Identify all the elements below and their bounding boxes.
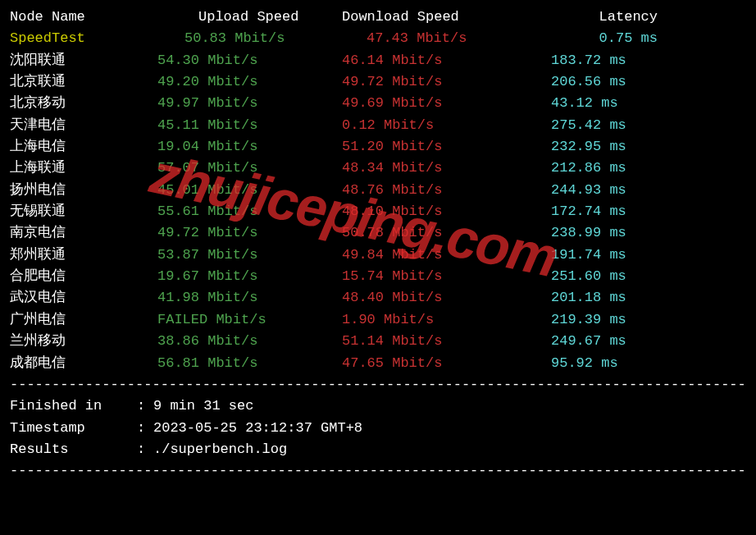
download-speed: 48.34 Mbit/s — [342, 158, 551, 179]
latency: 232.95 ms — [551, 136, 666, 158]
node-name: 郑州联通 — [10, 245, 157, 266]
download-speed: 49.84 Mbit/s — [342, 245, 551, 266]
upload-speed: FAILED Mbit/s — [157, 309, 342, 331]
table-row: 兰州移动38.86 Mbit/s51.14 Mbit/s249.67 ms — [10, 331, 746, 352]
latency: 275.42 ms — [551, 115, 666, 136]
download-speed: 48.40 Mbit/s — [342, 287, 551, 309]
upload-speed: 54.30 Mbit/s — [157, 50, 342, 71]
table-row: 北京联通49.20 Mbit/s49.72 Mbit/s206.56 ms — [10, 71, 746, 93]
table-row: 南京电信49.72 Mbit/s50.78 Mbit/s238.99 ms — [10, 222, 746, 244]
latency: 238.99 ms — [551, 222, 666, 244]
download-speed: 48.76 Mbit/s — [342, 180, 551, 201]
upload-speed: 57.07 Mbit/s — [157, 158, 342, 179]
divider: ----------------------------------------… — [10, 374, 746, 396]
results-value: ./superbench.log — [153, 439, 287, 460]
node-name: 无锡联通 — [10, 201, 157, 222]
speedtest-upload: 50.83 Mbit/s — [157, 28, 342, 49]
table-header: Node Name Upload Speed Download Speed La… — [10, 7, 746, 28]
upload-speed: 19.04 Mbit/s — [157, 136, 342, 158]
download-speed: 49.72 Mbit/s — [342, 71, 551, 93]
table-row: 合肥电信19.67 Mbit/s15.74 Mbit/s251.60 ms — [10, 266, 746, 287]
upload-speed: 49.20 Mbit/s — [157, 71, 342, 93]
speedtest-latency: 0.75 ms — [551, 28, 666, 49]
node-name: 上海联通 — [10, 158, 157, 179]
download-speed: 50.78 Mbit/s — [342, 222, 551, 244]
node-name: 沈阳联通 — [10, 50, 157, 71]
latency: 183.72 ms — [551, 50, 666, 71]
upload-speed: 53.87 Mbit/s — [157, 245, 342, 266]
table-row: 天津电信45.11 Mbit/s0.12 Mbit/s275.42 ms — [10, 115, 746, 136]
table-row: 无锡联通55.61 Mbit/s48.10 Mbit/s172.74 ms — [10, 201, 746, 222]
table-row: 郑州联通53.87 Mbit/s49.84 Mbit/s191.74 ms — [10, 245, 746, 266]
table-row: 成都电信56.81 Mbit/s47.65 Mbit/s95.92 ms — [10, 353, 746, 374]
footer-timestamp: Timestamp : 2023-05-25 23:12:37 GMT+8 — [10, 418, 746, 439]
colon: : — [137, 418, 153, 439]
header-node-name: Node Name — [10, 7, 157, 28]
download-speed: 51.14 Mbit/s — [342, 331, 551, 352]
node-name: 合肥电信 — [10, 266, 157, 287]
table-row: 北京移动49.97 Mbit/s49.69 Mbit/s43.12 ms — [10, 93, 746, 114]
table-row: 广州电信FAILED Mbit/s1.90 Mbit/s219.39 ms — [10, 309, 746, 331]
footer-finished: Finished in : 9 min 31 sec — [10, 396, 746, 417]
latency: 201.18 ms — [551, 287, 666, 309]
download-speed: 48.10 Mbit/s — [342, 201, 551, 222]
colon: : — [137, 396, 153, 417]
upload-speed: 45.01 Mbit/s — [157, 180, 342, 201]
latency: 251.60 ms — [551, 266, 666, 287]
node-name: 武汉电信 — [10, 287, 157, 309]
download-speed: 15.74 Mbit/s — [342, 266, 551, 287]
latency: 172.74 ms — [551, 201, 666, 222]
footer: Finished in : 9 min 31 sec Timestamp : 2… — [10, 396, 746, 460]
node-name: 北京移动 — [10, 93, 157, 114]
upload-speed: 49.97 Mbit/s — [157, 93, 342, 114]
node-name: 天津电信 — [10, 115, 157, 136]
upload-speed: 38.86 Mbit/s — [157, 331, 342, 352]
latency: 249.67 ms — [551, 331, 666, 352]
speedtest-download: 47.43 Mbit/s — [342, 28, 551, 49]
download-speed: 0.12 Mbit/s — [342, 115, 551, 136]
latency: 95.92 ms — [551, 353, 666, 374]
header-download: Download Speed — [342, 7, 551, 28]
table-row: 武汉电信41.98 Mbit/s48.40 Mbit/s201.18 ms — [10, 287, 746, 309]
speedtest-label: SpeedTest — [10, 28, 157, 49]
colon: : — [137, 439, 153, 460]
header-upload: Upload Speed — [157, 7, 342, 28]
latency: 244.93 ms — [551, 180, 666, 201]
download-speed: 49.69 Mbit/s — [342, 93, 551, 114]
upload-speed: 49.72 Mbit/s — [157, 222, 342, 244]
divider: ----------------------------------------… — [10, 460, 746, 482]
node-name: 成都电信 — [10, 353, 157, 374]
upload-speed: 55.61 Mbit/s — [157, 201, 342, 222]
node-name: 扬州电信 — [10, 180, 157, 201]
latency: 219.39 ms — [551, 309, 666, 331]
header-latency: Latency — [551, 7, 666, 28]
table-row: 扬州电信45.01 Mbit/s48.76 Mbit/s244.93 ms — [10, 180, 746, 201]
table-row: 沈阳联通54.30 Mbit/s46.14 Mbit/s183.72 ms — [10, 50, 746, 71]
finished-value: 9 min 31 sec — [153, 396, 253, 417]
table-row: 上海联通57.07 Mbit/s48.34 Mbit/s212.86 ms — [10, 158, 746, 179]
node-name: 南京电信 — [10, 222, 157, 244]
latency: 191.74 ms — [551, 245, 666, 266]
results-label: Results — [10, 439, 137, 460]
footer-results: Results : ./superbench.log — [10, 439, 746, 460]
timestamp-label: Timestamp — [10, 418, 137, 439]
timestamp-value: 2023-05-25 23:12:37 GMT+8 — [153, 418, 362, 439]
latency: 212.86 ms — [551, 158, 666, 179]
node-name: 上海电信 — [10, 136, 157, 158]
download-speed: 1.90 Mbit/s — [342, 309, 551, 331]
upload-speed: 56.81 Mbit/s — [157, 353, 342, 374]
latency: 206.56 ms — [551, 71, 666, 93]
download-speed: 47.65 Mbit/s — [342, 353, 551, 374]
upload-speed: 41.98 Mbit/s — [157, 287, 342, 309]
latency: 43.12 ms — [551, 93, 666, 114]
upload-speed: 19.67 Mbit/s — [157, 266, 342, 287]
node-name: 广州电信 — [10, 309, 157, 331]
node-name: 兰州移动 — [10, 331, 157, 352]
node-name: 北京联通 — [10, 71, 157, 93]
download-speed: 51.20 Mbit/s — [342, 136, 551, 158]
table-row: 上海电信19.04 Mbit/s51.20 Mbit/s232.95 ms — [10, 136, 746, 158]
download-speed: 46.14 Mbit/s — [342, 50, 551, 71]
data-rows: 沈阳联通54.30 Mbit/s46.14 Mbit/s183.72 ms北京联… — [10, 50, 746, 374]
finished-label: Finished in — [10, 396, 137, 417]
speedtest-row: SpeedTest 50.83 Mbit/s 47.43 Mbit/s 0.75… — [10, 28, 746, 49]
